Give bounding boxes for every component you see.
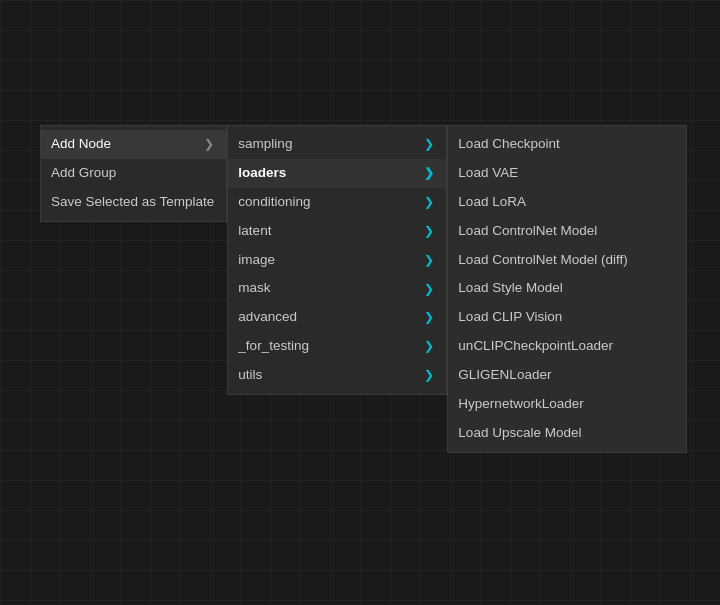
category-loaders-label: loaders (238, 164, 286, 183)
second-menu-column: sampling ❯ loaders ❯ conditioning ❯ late… (227, 125, 447, 395)
loader-load-style-model[interactable]: Load Style Model (448, 274, 686, 303)
loader-load-controlnet-label: Load ControlNet Model (458, 222, 597, 241)
loader-load-vae[interactable]: Load VAE (448, 159, 686, 188)
loader-load-style-model-label: Load Style Model (458, 279, 562, 298)
category-mask-arrow: ❯ (424, 281, 434, 298)
category-latent[interactable]: latent ❯ (228, 217, 446, 246)
loader-load-vae-label: Load VAE (458, 164, 518, 183)
add-node-arrow: ❯ (204, 136, 214, 153)
add-node-item[interactable]: Add Node ❯ (41, 130, 226, 159)
category-loaders-arrow: ❯ (424, 165, 434, 182)
loader-hypernetwork-label: HypernetworkLoader (458, 395, 583, 414)
loader-load-clip-vision-label: Load CLIP Vision (458, 308, 562, 327)
category-mask-label: mask (238, 279, 270, 298)
loader-load-upscale-model-label: Load Upscale Model (458, 424, 581, 443)
loader-load-controlnet[interactable]: Load ControlNet Model (448, 217, 686, 246)
context-menu: Add Node ❯ Add Group Save Selected as Te… (40, 125, 687, 453)
category-advanced-arrow: ❯ (424, 309, 434, 326)
category-conditioning-arrow: ❯ (424, 194, 434, 211)
category-for-testing[interactable]: _for_testing ❯ (228, 332, 446, 361)
category-latent-label: latent (238, 222, 271, 241)
loader-hypernetwork[interactable]: HypernetworkLoader (448, 390, 686, 419)
category-conditioning-label: conditioning (238, 193, 310, 212)
loader-load-upscale-model[interactable]: Load Upscale Model (448, 419, 686, 448)
loader-unclip-checkpoint-label: unCLIPCheckpointLoader (458, 337, 613, 356)
loader-load-lora-label: Load LoRA (458, 193, 526, 212)
add-group-item[interactable]: Add Group (41, 159, 226, 188)
category-loaders[interactable]: loaders ❯ (228, 159, 446, 188)
category-sampling[interactable]: sampling ❯ (228, 130, 446, 159)
category-utils-label: utils (238, 366, 262, 385)
loader-load-checkpoint[interactable]: Load Checkpoint (448, 130, 686, 159)
loader-load-controlnet-diff[interactable]: Load ControlNet Model (diff) (448, 246, 686, 275)
loader-unclip-checkpoint[interactable]: unCLIPCheckpointLoader (448, 332, 686, 361)
loader-load-controlnet-diff-label: Load ControlNet Model (diff) (458, 251, 627, 270)
loader-load-lora[interactable]: Load LoRA (448, 188, 686, 217)
loader-load-clip-vision[interactable]: Load CLIP Vision (448, 303, 686, 332)
category-for-testing-arrow: ❯ (424, 338, 434, 355)
loader-load-checkpoint-label: Load Checkpoint (458, 135, 559, 154)
category-utils-arrow: ❯ (424, 367, 434, 384)
add-group-label: Add Group (51, 164, 116, 183)
add-node-label: Add Node (51, 135, 111, 154)
save-template-label: Save Selected as Template (51, 193, 214, 212)
category-advanced-label: advanced (238, 308, 297, 327)
category-sampling-arrow: ❯ (424, 136, 434, 153)
category-image[interactable]: image ❯ (228, 246, 446, 275)
first-menu-column: Add Node ❯ Add Group Save Selected as Te… (40, 125, 227, 222)
category-advanced[interactable]: advanced ❯ (228, 303, 446, 332)
category-sampling-label: sampling (238, 135, 292, 154)
loader-gligen[interactable]: GLIGENLoader (448, 361, 686, 390)
category-image-label: image (238, 251, 275, 270)
category-conditioning[interactable]: conditioning ❯ (228, 188, 446, 217)
loader-gligen-label: GLIGENLoader (458, 366, 551, 385)
third-menu-column: Load Checkpoint Load VAE Load LoRA Load … (447, 125, 687, 453)
category-latent-arrow: ❯ (424, 223, 434, 240)
category-mask[interactable]: mask ❯ (228, 274, 446, 303)
save-template-item[interactable]: Save Selected as Template (41, 188, 226, 217)
category-utils[interactable]: utils ❯ (228, 361, 446, 390)
category-image-arrow: ❯ (424, 252, 434, 269)
category-for-testing-label: _for_testing (238, 337, 309, 356)
